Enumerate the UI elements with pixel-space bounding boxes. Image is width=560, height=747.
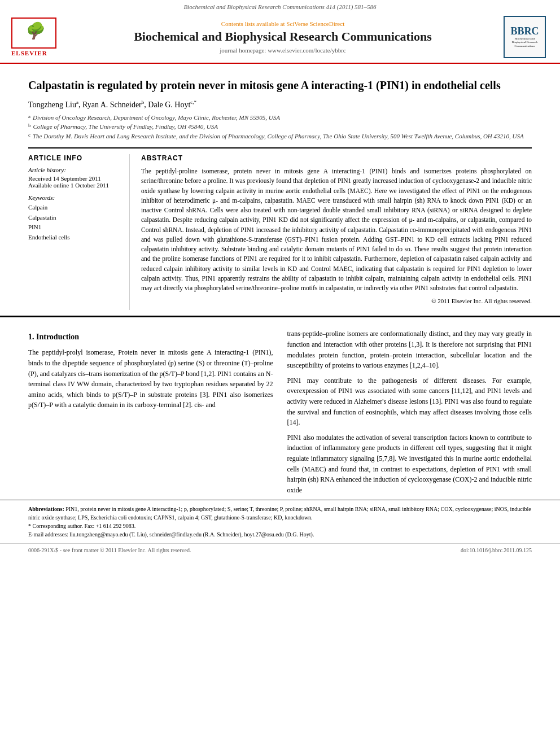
sciverse-link: Contents lists available at SciVerse Sci… — [68, 20, 498, 27]
footer-bar: 0006-291X/$ - see front matter © 2011 El… — [0, 543, 560, 557]
bbrc-logo: BBRC Biochemical andBiophysical Research… — [504, 16, 549, 58]
copyright-notice: © 2011 Elsevier Inc. All rights reserved… — [141, 298, 532, 304]
affiliation-a: a Division of Oncology Research, Departm… — [28, 113, 532, 123]
intro-para2: trans-peptide–proline isomers are confor… — [287, 329, 532, 370]
article-info-title: ARTICLE INFO — [28, 154, 121, 162]
affiliation-c: c The Dorothy M. Davis Heart and Lung Re… — [28, 132, 532, 141]
journal-homepage: journal homepage: www.elsevier.com/locat… — [68, 47, 498, 54]
journal-title: Biochemical and Biophysical Research Com… — [68, 29, 498, 44]
intro-para3: PIN1 may contribute to the pathogenesis … — [287, 375, 532, 428]
svg-text:🌳: 🌳 — [23, 21, 48, 40]
keywords-section: Keywords: Calpain Calpastatin PIN1 Endot… — [28, 194, 121, 242]
author3-sup: c,* — [190, 99, 196, 105]
affiliations: a Division of Oncology Research, Departm… — [28, 113, 532, 141]
received-date: Received 14 September 2011 Available onl… — [28, 175, 121, 189]
body-left-col: 1. Introduction The peptidyl-prolyl isom… — [28, 329, 273, 500]
doi-text: doi:10.1016/j.bbrc.2011.09.125 — [461, 547, 532, 553]
keywords-list: Calpain Calpastatin PIN1 Endothelial cel… — [28, 203, 121, 242]
author1: Tongzheng Liu — [28, 101, 76, 109]
keyword-4: Endothelial cells — [28, 233, 121, 243]
keyword-3: PIN1 — [28, 222, 121, 233]
section-divider — [0, 316, 560, 317]
journal-citation: Biochemical and Biophysical Research Com… — [0, 0, 560, 11]
bbrc-box: BBRC Biochemical andBiophysical Research… — [504, 16, 546, 58]
journal-header: 🌳 ELSEVIER Contents lists available at S… — [0, 11, 560, 64]
keyword-2: Calpastatin — [28, 213, 121, 223]
introduction-title: 1. Introduction — [28, 331, 273, 343]
body-content: 1. Introduction The peptidyl-prolyl isom… — [0, 323, 560, 500]
article-info-col: ARTICLE INFO Article history: Received 1… — [28, 154, 130, 310]
author1-sup: a — [76, 99, 78, 105]
email-note: E-mail addresses: liu.tongzheng@mayo.edu… — [28, 530, 532, 539]
abbrev-title: Abbreviations: — [28, 506, 64, 512]
corresponding-note: * Corresponding author. Fax: +1 614 292 … — [28, 522, 532, 530]
keyword-1: Calpain — [28, 203, 121, 213]
intro-para1: The peptidyl-prolyl isomerase, Protein n… — [28, 347, 273, 410]
abstract-col: ABSTRACT The peptidyl-proline isomerase,… — [141, 154, 532, 310]
abbrev-text: PIN1, protein never in mitosis gene A in… — [28, 506, 531, 521]
history-label: Article history: — [28, 167, 121, 173]
elsevier-logo: 🌳 ELSEVIER — [11, 18, 62, 56]
affiliation-b: b College of Pharmacy, The University of… — [28, 122, 532, 132]
author2: Ryan A. Schneider — [82, 101, 142, 109]
sciverse-name: SciVerse ScienceDirect — [286, 20, 344, 27]
article-info-abstract: ARTICLE INFO Article history: Received 1… — [28, 147, 532, 310]
paper-title: Calpastatin is regulated by protein neve… — [28, 78, 532, 93]
elsevier-logo-box: 🌳 — [11, 18, 56, 49]
abstract-title: ABSTRACT — [141, 154, 532, 162]
keywords-label: Keywords: — [28, 194, 121, 201]
paper-header: Calpastatin is regulated by protein neve… — [0, 64, 560, 310]
issn-text: 0006-291X/$ - see front matter © 2011 El… — [28, 547, 191, 553]
elsevier-label: ELSEVIER — [11, 50, 62, 56]
abbreviations: Abbreviations: PIN1, protein never in mi… — [28, 505, 532, 522]
journal-center: Contents lists available at SciVerse Sci… — [68, 20, 498, 53]
footnotes: Abbreviations: PIN1, protein never in mi… — [0, 500, 560, 543]
intro-para4: PIN1 also modulates the activation of se… — [287, 433, 532, 496]
bbrc-subtitle: Biochemical andBiophysical ResearchCommu… — [512, 37, 538, 49]
body-right-col: trans-peptide–proline isomers are confor… — [287, 329, 532, 500]
abstract-text: The peptidyl-proline isomerase, protein … — [141, 167, 532, 293]
author2-sup: b — [142, 99, 145, 105]
authors-line: Tongzheng Liua, Ryan A. Schneiderb, Dale… — [28, 99, 532, 110]
bbrc-letters: BBRC — [510, 26, 539, 36]
author3: Dale G. Hoyt — [148, 101, 190, 109]
